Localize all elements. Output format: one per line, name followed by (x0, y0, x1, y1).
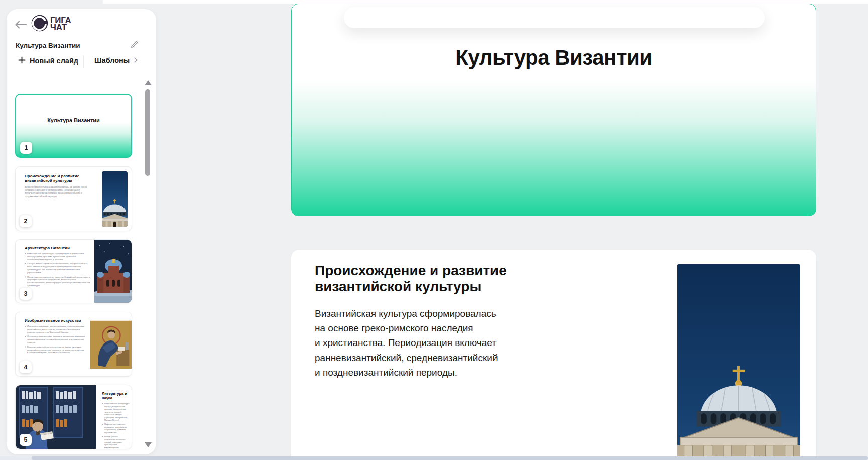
slide-1-canvas[interactable]: Культура Византии (291, 4, 816, 216)
hagia-sophia-photo[interactable] (677, 264, 800, 460)
back-arrow-icon (14, 22, 27, 31)
slide-thumbnail-3[interactable]: Архитектура Византии Византийская архите… (15, 239, 132, 303)
app-window: ГИГА ЧАТ Культура Византии Новый слайд Ш… (0, 0, 868, 460)
top-strip (103, 0, 868, 4)
back-button[interactable] (14, 20, 27, 29)
slide-2-title[interactable]: Происхождение и развитие византийской ку… (315, 263, 507, 295)
thumb-bullet: Иконопись и мозаика: иконы и мозаики ста… (27, 325, 85, 334)
slide-number-badge: 1 (20, 142, 32, 154)
slide-thumbnail-4[interactable]: Изобразительное искусство Иконопись и мо… (15, 312, 132, 377)
bullet-dot (25, 263, 26, 264)
slide-number-badge: 3 (20, 288, 32, 300)
horizontal-scrollbar-thumb[interactable] (32, 456, 868, 460)
thumb-bullet: Византийская литература: жанры (историче… (104, 402, 130, 422)
chevron-right-icon (134, 56, 138, 64)
edit-pencil-icon (130, 42, 139, 50)
thumb-bullet: Собор Святой Софии в Константинополе, по… (27, 262, 91, 274)
byzantine-church-illustration (94, 240, 132, 303)
thumb-title: Культура Византии (16, 117, 131, 123)
bullet-dot (25, 346, 26, 347)
slide-2-body-line: ранневизантийский, средневизантийский (315, 351, 498, 365)
gigachat-logo: ГИГА ЧАТ (31, 15, 86, 33)
slide-2-canvas[interactable]: Происхождение и развитие византийской ку… (291, 250, 816, 460)
editor-toolbar (344, 7, 765, 28)
thumb-title: Литература и наука (102, 391, 131, 400)
slide-2-body-line: и поздневизантийский периоды. (315, 365, 498, 380)
hagia-sophia-photo-small (102, 171, 128, 227)
sidebar-scroll-up-arrow[interactable] (145, 80, 152, 85)
plus-icon (18, 56, 26, 65)
logo-wordmark: ГИГА ЧАТ (50, 17, 71, 32)
slide-thumbnail-1[interactable]: Культура Византии 1 (15, 94, 132, 158)
bullet-dot (102, 403, 103, 404)
header-divider (83, 55, 84, 68)
bullet-dot (25, 326, 26, 327)
thumb-bullet: Влияние византийского искусства на други… (27, 345, 85, 354)
slide-2-body-line: на основе греко-римского наследия (315, 321, 498, 335)
thumb-title: Изобразительное искусство (25, 318, 87, 323)
bullet-dot (25, 336, 26, 337)
slide-2-body-line: и христианства. Периодизация включает (315, 335, 498, 350)
thumb-bullet: Монастырские комплексы, такие как Студий… (27, 275, 91, 287)
slide-number-badge: 2 (20, 215, 32, 227)
slide-2-title-line: Происхождение и развитие (315, 263, 507, 279)
slide-2-title-line: византийской культуры (315, 279, 507, 295)
thumb-bullet: Научные достижения: медицина, математика… (104, 423, 130, 434)
slide-2-body-text[interactable]: Византийская культура сформировалась на … (315, 306, 498, 380)
slide-thumbnail-5[interactable]: Литература и наука Византийская литерату… (15, 385, 132, 449)
bullet-dot (25, 276, 26, 277)
templates-label: Шаблоны (94, 56, 130, 64)
edit-title-button[interactable] (130, 40, 139, 49)
thumb-title: Архитектура Византии (25, 246, 97, 250)
templates-button[interactable]: Шаблоны (94, 56, 138, 64)
bullet-dot (102, 436, 103, 437)
new-slide-button[interactable]: Новый слайд (18, 56, 78, 65)
slide-number-badge: 4 (20, 361, 32, 373)
sidebar-scroll-down-arrow[interactable] (145, 442, 152, 447)
sidebar-scrollbar-thumb[interactable] (145, 89, 150, 176)
new-slide-label: Новый слайд (30, 57, 78, 65)
thumb-title: Происхождение и развитие византийской ку… (25, 174, 95, 183)
slide-1-title[interactable]: Культура Византии (292, 46, 816, 70)
logo-smile-icon (31, 15, 48, 34)
presentation-title: Культура Византии (16, 42, 80, 49)
slide-thumbnail-2[interactable]: Происхождение и развитие византийской ку… (15, 166, 132, 231)
slide-2-body-line: Византийская культура сформировалась (315, 306, 498, 321)
slide-number-badge: 5 (20, 434, 32, 446)
byzantine-icon-painting (90, 312, 132, 377)
bullet-dot (25, 253, 26, 254)
thumb-bullet: Вклад ученых: сохранение античных знаний… (104, 435, 130, 449)
thumb-bullet: Стенопись и миниатюры: фрески и миниатюр… (27, 335, 85, 344)
bullet-dot (102, 424, 103, 425)
thumb-body: Византийская культура сформировалась на … (25, 185, 89, 198)
thumb-bullet: Византийская архитектура характеризуется… (27, 252, 91, 261)
